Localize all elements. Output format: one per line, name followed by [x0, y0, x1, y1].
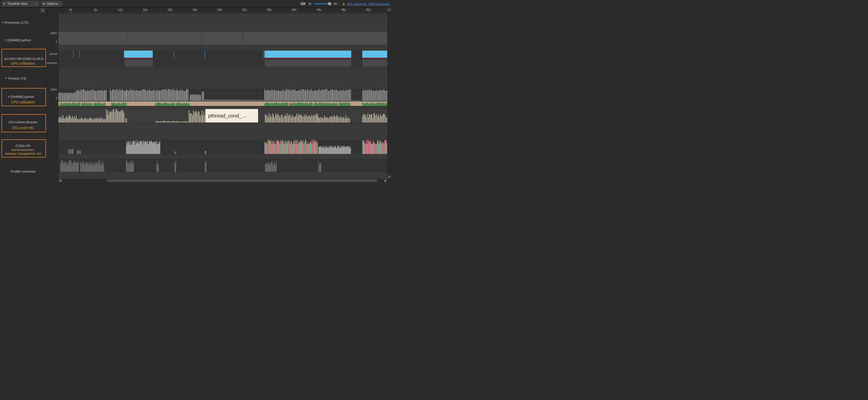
scroll-down-button[interactable]: ▼ [387, 175, 391, 179]
axis-0a: 0 [56, 40, 57, 43]
warnings-link[interactable]: 411 warnings, 456 messages [347, 2, 390, 6]
view-dropdown[interactable]: Timeline View ▼ [1, 1, 39, 6]
event-block[interactable] [125, 60, 153, 67]
view-dropdown-label: Timeline View [7, 2, 27, 5]
event-block[interactable] [202, 31, 242, 45]
warning-icon: ▲ [342, 2, 345, 6]
toolbar: Timeline View ▼ Options... ⌨ ⊖ 4x ▲ 411 … [0, 0, 391, 7]
hscroll-track[interactable] [62, 179, 384, 182]
event-block[interactable] [205, 51, 205, 58]
tree-header: ▼ [0, 7, 46, 13]
axis-memory: memory [47, 61, 57, 64]
event-block[interactable] [124, 51, 152, 58]
ruler-label: 16s [143, 8, 148, 11]
track-lane [58, 89, 387, 101]
annot-os-label: OS Level Info [0, 126, 46, 130]
zoom-label: 4x [333, 2, 337, 5]
axis-100: 100% [50, 32, 57, 35]
annot-gpu-label: GPU Utilization [0, 61, 46, 65]
annot-api-sub2: memory management, etc [0, 152, 46, 155]
chevron-down-icon: ▼ [7, 95, 10, 98]
axis-kernel: kernel [50, 52, 57, 55]
chevron-down-icon: ▼ [4, 39, 7, 41]
ruler-label: 12s [118, 8, 123, 11]
event-block[interactable] [73, 51, 73, 58]
annot-api-sub1: Kernel launches, [0, 148, 46, 152]
event-block[interactable] [362, 60, 387, 67]
track-lane [58, 159, 387, 172]
ruler-label: 8s [94, 8, 97, 11]
chevron-down-icon: ▼ [35, 2, 37, 5]
profiler-window: Timeline View ▼ Options... ⌨ ⊖ 4x ▲ 411 … [0, 0, 391, 182]
tree-filter-dropdown[interactable]: ▼ [40, 8, 45, 13]
hamburger-icon [3, 2, 6, 5]
event-block[interactable] [174, 51, 174, 58]
hscroll-thumb[interactable] [107, 179, 377, 182]
tree-process-label: [184986] python [7, 38, 31, 42]
event-block[interactable] [265, 60, 351, 67]
ruler-label: 36s [267, 8, 272, 11]
axis-column: 100% 0 kernel memory 100% 0 [46, 13, 58, 179]
tree-column: ▼ Processes (172) ▼ [184986] python ▶ CU… [0, 13, 46, 179]
ruler-bar: ▼ 4s8s12s16s20s24s28s32s36s40s44s48s52s … [0, 7, 391, 13]
ruler-label: 28s [217, 8, 222, 11]
event-block[interactable] [263, 51, 264, 58]
chevron-down-icon: ▼ [1, 21, 4, 24]
tree-cuda-hw[interactable]: ▶ CUDA HW (0000:1a:00.0 - NV [0, 57, 46, 61]
event-block[interactable] [127, 31, 201, 45]
track-lane [58, 50, 387, 58]
ruler-label: 44s [316, 8, 321, 11]
ruler-label: 24s [192, 8, 197, 11]
tree-processes-label: Processes (172) [4, 21, 28, 24]
zoom-slider[interactable] [314, 3, 332, 4]
event-block[interactable] [265, 51, 351, 58]
tree-cuda-api-label: CUDA API [16, 144, 31, 148]
tree-profiler-label: Profiler overhead [10, 170, 35, 173]
event-block[interactable] [80, 51, 80, 58]
ruler-label: 4s [69, 8, 72, 11]
track-lane: pthread_cond_… [58, 109, 387, 123]
tree-cuda-api[interactable]: CUDA API [0, 144, 46, 148]
tree-process-python[interactable]: ▼ [184986] python [0, 38, 46, 42]
tree-os-runtime[interactable]: OS runtime libraries [0, 120, 46, 124]
ruler-label: 32s [242, 8, 247, 11]
hscroll-right[interactable]: ▶ [384, 179, 387, 182]
options-button[interactable]: Options... [41, 1, 63, 6]
hscroll-left[interactable]: ◀ [58, 179, 62, 182]
track-lane [58, 140, 387, 154]
track-lane [58, 31, 387, 45]
event-block[interactable] [58, 31, 127, 45]
track-area[interactable]: pthread_cond_… [58, 13, 387, 179]
ruler-label: 40s [291, 8, 297, 11]
tree-os-runtime-label: OS runtime libraries [8, 120, 37, 124]
tree-processes[interactable]: ▼ Processes (172) [0, 21, 46, 24]
os-event-label: pthread_cond_… [208, 113, 247, 119]
zoom-slider-wrap: 4x [314, 2, 337, 5]
axis-100b: 100% [50, 88, 57, 91]
chevron-right-icon: ▶ [4, 57, 6, 60]
ruler-label: 20s [167, 8, 172, 11]
tree-threads[interactable]: ▼ Threads (74) [0, 76, 46, 80]
zoom-out-icon[interactable]: ⊖ [307, 1, 313, 6]
tree-profiler-overhead[interactable]: Profiler overhead [0, 170, 46, 173]
chevron-down-icon: ▼ [4, 77, 7, 80]
vscroll-gutter: ▼ [387, 13, 391, 179]
eye-icon [42, 2, 45, 5]
event-block[interactable] [243, 31, 387, 45]
time-ruler[interactable]: 4s8s12s16s20s24s28s32s36s40s44s48s52s [58, 7, 387, 13]
annot-cpu-label: CPU Utilization [0, 100, 46, 104]
tree-cuda-hw-label: CUDA HW (0000:1a:00.0 - NV [6, 57, 46, 61]
options-label: Options... [47, 2, 61, 5]
ruler-label: 52s [366, 8, 371, 11]
scroll-up-button[interactable]: ▲ [387, 7, 391, 11]
tree-threads-label: Threads (74) [7, 76, 26, 80]
os-event-highlight[interactable]: pthread_cond_… [205, 109, 258, 123]
warnings-area: ▲ 411 warnings, 456 messages [342, 2, 390, 6]
hscroll: ◀ ▶ [58, 179, 387, 182]
keyboard-icon[interactable]: ⌨ [300, 1, 306, 6]
event-block[interactable] [362, 51, 387, 58]
timeline-body: ▼ Processes (172) ▼ [184986] python ▶ CU… [0, 13, 391, 179]
tree-thread-python[interactable]: ▼ [184986] python [0, 95, 46, 99]
ruler-label: 48s [341, 8, 346, 11]
tree-thread-label: [184986] python [10, 95, 34, 99]
